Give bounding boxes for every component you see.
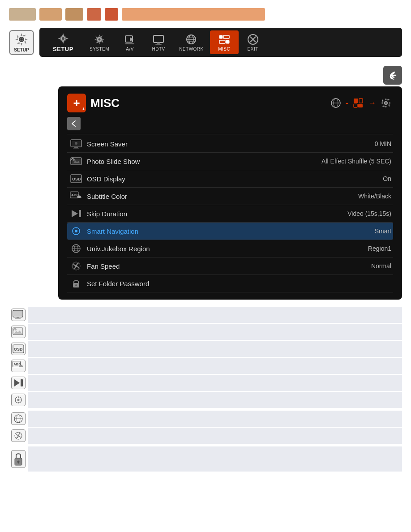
nav-item-av[interactable]: A/V — [116, 30, 144, 54]
menu-top-divider — [67, 134, 393, 134]
screen-saver-label: Screen Saver — [87, 140, 375, 148]
below-row-subtitle: ABC — [9, 358, 402, 374]
svg-rect-62 — [15, 318, 21, 319]
misc-globe-icon[interactable] — [329, 96, 343, 110]
menu-item-subtitle-color[interactable]: ABC Subtitle Color White/Black — [67, 188, 393, 205]
smart-nav-icon — [69, 226, 83, 236]
subtitle-color-value: White/Black — [358, 193, 391, 200]
osd-icon: OSD — [69, 173, 83, 184]
nav-hdtv-label: HDTV — [152, 47, 165, 51]
nav-av-label: A/V — [126, 47, 134, 51]
nav-item-network[interactable]: NETWORK — [173, 30, 210, 54]
photo-slide-label: Photo Slide Show — [87, 158, 321, 165]
screen-saver-value: 0 MIN — [375, 140, 391, 147]
nav-item-misc[interactable]: MISC — [210, 30, 239, 54]
smart-nav-label: Smart Navigation — [87, 227, 375, 235]
svg-rect-36 — [74, 147, 78, 148]
nav-misc-label: MISC — [218, 47, 230, 51]
menu-item-univ-jukebox[interactable]: Univ.Jukebox Region Region1 — [67, 240, 393, 257]
top-tab-5 — [105, 8, 118, 21]
svg-rect-11 — [157, 43, 160, 44]
below-row-fan — [9, 428, 402, 444]
below-row-screen-saver — [9, 307, 402, 323]
nav-network-label: NETWORK — [179, 47, 204, 51]
menu-item-osd-display[interactable]: OSD OSD Display On — [67, 170, 393, 188]
jukebox-value: Region1 — [368, 245, 391, 252]
below-text-screen-saver — [28, 307, 402, 323]
below-text-fan — [28, 428, 402, 444]
svg-rect-19 — [223, 35, 229, 39]
below-text-password — [28, 446, 402, 472]
svg-point-50 — [75, 230, 77, 232]
panel-back-arrow-button[interactable] — [67, 117, 81, 130]
below-icon-jukebox — [9, 411, 28, 427]
below-icon-subtitle: ABC — [9, 358, 28, 374]
below-text-osd — [28, 341, 402, 357]
network-icon — [185, 33, 197, 46]
photo-slide-icon-sm — [13, 327, 24, 337]
top-bar — [0, 0, 411, 25]
below-icon-fan — [9, 428, 28, 444]
smart-nav-value: Smart — [375, 227, 391, 235]
menu-item-smart-navigation[interactable]: Smart Navigation Smart — [67, 223, 393, 240]
fan-speed-value: Normal — [371, 262, 391, 270]
subtitle-color-icon: ABC — [69, 191, 83, 202]
osd-icon-sm: OSD — [13, 344, 24, 354]
below-row-photo-slide — [9, 324, 402, 340]
panel-back-icon — [69, 119, 78, 128]
svg-marker-47 — [72, 210, 78, 217]
below-icon-skip — [9, 375, 28, 391]
menu-item-set-folder-password[interactable]: Set Folder Password — [67, 275, 393, 292]
svg-point-4 — [62, 37, 64, 40]
svg-rect-63 — [14, 311, 22, 316]
svg-rect-18 — [219, 35, 223, 39]
below-row-password — [9, 446, 402, 472]
exit-icon — [247, 33, 259, 46]
skip-duration-icon — [69, 208, 83, 219]
svg-rect-82 — [18, 462, 19, 463]
menu-item-fan-speed[interactable]: Fan Speed Normal — [67, 257, 393, 275]
menu-item-photo-slide-show[interactable]: Photo Slide Show All Effect Shuffle (5 S… — [67, 153, 393, 170]
below-icon-photo-slide — [9, 324, 28, 340]
below-text-skip — [28, 375, 402, 391]
svg-text:OSD: OSD — [14, 347, 23, 352]
misc-icons-right: - → — [329, 96, 393, 110]
jukebox-icon — [69, 243, 83, 254]
nav-header: SETUP SETUP — [0, 25, 411, 60]
fan-speed-label: Fan Speed — [87, 262, 371, 270]
nav-item-hdtv[interactable]: HDTV — [144, 30, 173, 54]
menu-item-skip-duration[interactable]: Skip Duration Video (15s,15s) — [67, 205, 393, 223]
globe-icon-sm — [13, 414, 24, 424]
below-text-jukebox — [28, 411, 402, 427]
back-arrow-icon — [388, 70, 398, 80]
svg-point-34 — [385, 102, 387, 104]
top-tab-6 — [122, 8, 265, 21]
back-arrow-button[interactable] — [383, 66, 402, 85]
below-text-photo-slide — [28, 324, 402, 340]
set-folder-password-label: Set Folder Password — [87, 280, 391, 287]
svg-point-59 — [75, 284, 77, 286]
svg-point-74 — [17, 399, 20, 401]
skip-duration-label: Skip Duration — [87, 210, 347, 218]
nav-item-system[interactable]: SYSTEM — [83, 30, 116, 54]
nav-item-setup[interactable]: SETUP — [43, 30, 83, 55]
nav-item-exit[interactable]: EXIT — [239, 30, 267, 54]
menu-item-screen-saver[interactable]: Screen Saver 0 MIN — [67, 135, 393, 153]
misc-plus-btn[interactable] — [351, 96, 365, 110]
osd-value: On — [383, 175, 391, 182]
svg-rect-21 — [226, 40, 229, 43]
top-tab-3 — [65, 8, 83, 21]
below-panel: OSD ABC — [9, 307, 402, 472]
play-icon-sm — [13, 378, 24, 388]
below-text-subtitle — [28, 358, 402, 374]
abc-icon-sm: ABC — [13, 361, 24, 371]
below-row-skip — [9, 375, 402, 391]
panel-back — [67, 117, 393, 130]
setup-box[interactable]: SETUP — [9, 30, 34, 55]
svg-text:OSD: OSD — [72, 177, 81, 181]
misc-settings-icon[interactable] — [379, 96, 393, 110]
jukebox-label: Univ.Jukebox Region — [87, 245, 368, 253]
hdtv-icon — [152, 33, 165, 46]
nav-setup-label: SETUP — [53, 46, 73, 52]
osd-label: OSD Display — [87, 175, 383, 183]
